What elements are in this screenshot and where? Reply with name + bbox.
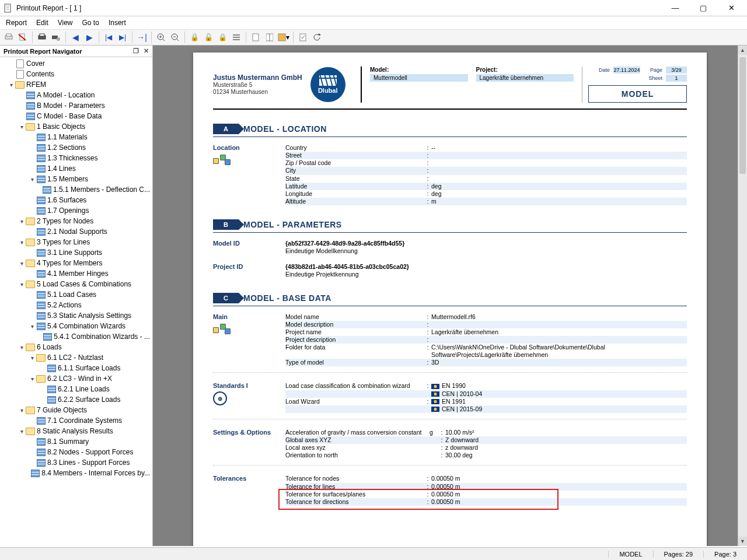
tree-item[interactable]: ▾5 Load Cases & Combinations xyxy=(2,279,150,289)
tree-item[interactable]: 8.2 Nodes - Support Forces xyxy=(2,447,150,457)
tree-item-label: 5.3 Static Analysis Settings xyxy=(47,312,131,320)
tree-item[interactable]: 5.3 Static Analysis Settings xyxy=(2,310,150,321)
tree-item[interactable]: Contents xyxy=(2,69,150,79)
lock1-icon[interactable]: 🔒 xyxy=(188,31,201,44)
menu-goto[interactable]: Go to xyxy=(82,19,99,27)
tree-item[interactable]: 4.1 Member Hinges xyxy=(2,268,150,279)
check-page-icon[interactable] xyxy=(296,31,309,44)
tree-item[interactable]: ▾2 Types for Nodes xyxy=(2,216,150,226)
tree-item[interactable]: ▾1 Basic Objects xyxy=(2,121,150,132)
goto-icon[interactable]: →| xyxy=(135,31,148,44)
kv-row: Model description: xyxy=(285,321,687,328)
tree-item[interactable]: 8.3 Lines - Support Forces xyxy=(2,457,150,468)
lock2-icon[interactable]: 🔓 xyxy=(202,31,215,44)
tree-item[interactable]: 8.1 Summary xyxy=(2,436,150,447)
tree-item[interactable]: ▾6.2 LC3 - Wind in +X xyxy=(2,373,150,384)
tree-item[interactable]: A Model - Location xyxy=(2,90,150,100)
tree-item[interactable]: 3.1 Line Supports xyxy=(2,247,150,258)
tree-item[interactable]: 8.4 Members - Internal Forces by... xyxy=(2,468,150,478)
kv-row: CEN | 2015-09 xyxy=(285,405,687,413)
statusbar: MODEL Pages: 29 Page: 3 xyxy=(0,547,747,560)
scroll-up-icon[interactable]: ▲ xyxy=(738,46,747,55)
tree-item[interactable]: 1.1 Materials xyxy=(2,132,150,142)
maximize-button[interactable]: ▢ xyxy=(694,2,712,14)
grid-icon xyxy=(36,133,46,141)
tree-item-label: 2 Types for Nodes xyxy=(37,217,93,225)
refresh-icon[interactable] xyxy=(310,31,323,44)
tree-item[interactable]: ▾4 Types for Members xyxy=(2,258,150,268)
tree-item[interactable]: 2.1 Nodal Supports xyxy=(2,226,150,237)
grid-icon xyxy=(36,312,46,320)
tree-item[interactable]: 1.3 Thicknesses xyxy=(2,153,150,163)
last-icon[interactable]: ▶| xyxy=(116,31,129,44)
document-area[interactable]: Justus Mustermann GmbH Musterstraße 5 01… xyxy=(153,46,747,546)
tree-item[interactable]: 1.7 Openings xyxy=(2,205,150,216)
tree-item-label: 4.1 Member Hinges xyxy=(47,270,109,278)
list-icon[interactable] xyxy=(230,31,243,44)
prev-icon[interactable]: ◀ xyxy=(69,31,82,44)
tree-item[interactable]: 1.6 Surfaces xyxy=(2,195,150,205)
grid-icon xyxy=(47,396,56,404)
tree-item[interactable]: ▾6 Loads xyxy=(2,342,150,352)
lock3-icon[interactable]: 🔒 xyxy=(216,31,229,44)
dlubal-logo-icon: Dlubal xyxy=(310,67,345,102)
tree-item[interactable]: 5.4.1 Combination Wizards - ... xyxy=(2,331,150,342)
navigator-tree[interactable]: CoverContents▾RFEMA Model - LocationB Mo… xyxy=(0,57,152,546)
tree-item[interactable]: 1.2 Sections xyxy=(2,142,150,153)
print2-icon[interactable] xyxy=(36,31,48,44)
tree-item[interactable]: Cover xyxy=(2,58,150,69)
tree-item[interactable]: ▾RFEM xyxy=(2,79,150,90)
minimize-button[interactable]: — xyxy=(666,2,684,14)
print-icon[interactable] xyxy=(2,31,15,44)
tree-item[interactable]: ▾6.1 LC2 - Nutzlast xyxy=(2,352,150,363)
tree-item[interactable]: 5.1 Load Cases xyxy=(2,289,150,300)
menu-report[interactable]: Report xyxy=(6,19,27,27)
svg-rect-19 xyxy=(233,34,240,36)
tree-item-label: 3 Types for Lines xyxy=(37,238,90,246)
folder-icon xyxy=(15,80,25,89)
menu-edit[interactable]: Edit xyxy=(36,19,48,27)
kv-row: Altitude:m xyxy=(285,198,687,205)
tree-item[interactable]: ▾3 Types for Lines xyxy=(2,237,150,247)
menu-insert[interactable]: Insert xyxy=(109,19,126,27)
tree-item[interactable]: 7.1 Coordinate Systems xyxy=(2,415,150,426)
scroll-thumb[interactable] xyxy=(739,57,746,174)
tree-item[interactable]: B Model - Parameters xyxy=(2,100,150,111)
kv-row: Global axes XYZ:Z downward xyxy=(285,436,687,444)
tree-item-label: 5.4 Combination Wizards xyxy=(47,322,125,330)
scroll-down-icon[interactable]: ▼ xyxy=(738,537,747,546)
project-id-value: {483b82d1-ab46-4045-81b5-a03cbc05ca02} xyxy=(285,263,424,271)
project-id-label: Project ID xyxy=(213,263,285,278)
zoom-out-icon[interactable] xyxy=(169,31,181,44)
tree-item[interactable]: ▾1.5 Members xyxy=(2,174,150,184)
delete-icon[interactable] xyxy=(16,31,29,44)
tree-item[interactable]: ▾7 Guide Objects xyxy=(2,405,150,415)
next-icon[interactable]: ▶ xyxy=(83,31,96,44)
tree-item[interactable]: 6.2.1 Line Loads xyxy=(2,384,150,394)
menu-view[interactable]: View xyxy=(58,19,73,27)
close-button[interactable]: ✕ xyxy=(722,2,740,14)
tree-item[interactable]: ▾5.4 Combination Wizards xyxy=(2,321,150,331)
first-icon[interactable]: |◀ xyxy=(102,31,115,44)
zoom-in-icon[interactable] xyxy=(155,31,167,44)
kv-row: Model name:Muttermodell.rf6 xyxy=(285,313,687,321)
page1-icon[interactable] xyxy=(249,31,262,44)
print-settings-icon[interactable] xyxy=(50,31,62,44)
tree-item[interactable]: 1.5.1 Members - Deflection C... xyxy=(2,184,150,195)
color-icon[interactable]: ▾ xyxy=(277,31,290,44)
section-b-title: MODEL - PARAMETERS xyxy=(243,220,342,229)
vertical-scrollbar[interactable]: ▲ ▼ xyxy=(738,46,747,546)
grid-icon xyxy=(36,175,46,183)
dock-icon[interactable]: ❐ xyxy=(133,47,139,55)
folder-icon xyxy=(26,123,35,131)
tree-item[interactable]: C Model - Base Data xyxy=(2,111,150,121)
close-panel-icon[interactable]: ✕ xyxy=(144,47,149,55)
tree-item[interactable]: 6.1.1 Surface Loads xyxy=(2,363,150,373)
tree-item[interactable]: 5.2 Actions xyxy=(2,300,150,310)
tree-item[interactable]: 6.2.2 Surface Loads xyxy=(2,394,150,405)
page2-icon[interactable] xyxy=(263,31,276,44)
tree-item[interactable]: 1.4 Lines xyxy=(2,163,150,174)
model-id-value: {ab52f327-6429-48d9-9a28-a4c85ffb4d55} xyxy=(285,240,424,247)
grid-icon xyxy=(36,290,46,299)
tree-item[interactable]: ▾8 Static Analysis Results xyxy=(2,426,150,436)
